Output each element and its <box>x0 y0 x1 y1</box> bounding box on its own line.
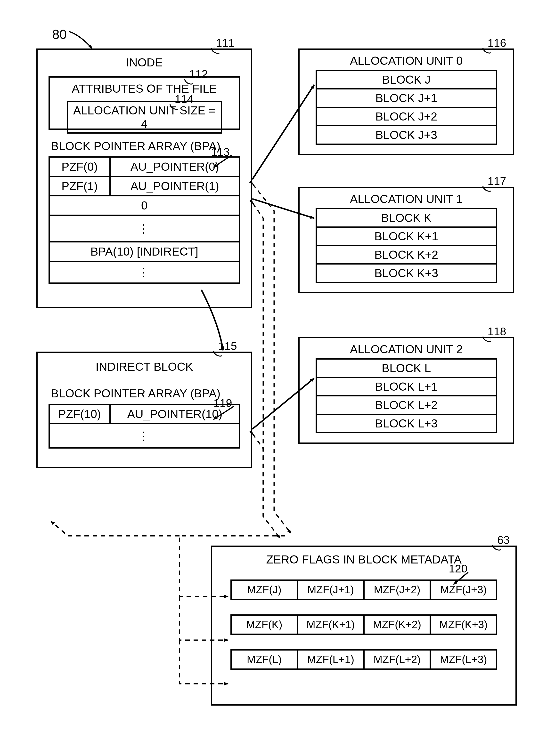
bpa-cell-pzf1: PZF(1) <box>49 177 110 196</box>
bpa-cell-zero: 0 <box>49 196 240 215</box>
inode-title: INODE <box>38 56 251 69</box>
ref-113: 113 <box>211 145 230 159</box>
bpa-vdots-2: ⋮ <box>49 261 240 283</box>
ref-111: 111 <box>216 36 234 49</box>
zeroflags-box: ZERO FLAGS IN BLOCK METADATA MZF(J) MZF(… <box>211 545 517 706</box>
ref-115: 115 <box>218 340 237 353</box>
au0-b2: BLOCK J+2 <box>316 107 497 126</box>
mzf-j2: MZF(J+2) <box>364 579 431 600</box>
bpa-table: PZF(0) AU_POINTER(0) PZF(1) AU_POINTER(1… <box>48 157 240 284</box>
mzf-k3: MZF(K+3) <box>430 614 497 635</box>
mzf-row-k: MZF(K) MZF(K+1) MZF(K+2) MZF(K+3) <box>230 614 497 635</box>
au0-b3: BLOCK J+3 <box>316 126 497 144</box>
au1-box: ALLOCATION UNIT 1 BLOCK K BLOCK K+1 BLOC… <box>298 187 514 294</box>
ref-119: 119 <box>213 396 232 409</box>
mzf-row-j: MZF(J) MZF(J+1) MZF(J+2) MZF(J+3) <box>230 579 497 600</box>
au1-b3: BLOCK K+3 <box>316 264 497 282</box>
ref-114: 114 <box>175 93 193 106</box>
ref-112: 112 <box>189 68 208 81</box>
bpa-cell-pzf0: PZF(0) <box>49 157 110 177</box>
ref-118: 118 <box>487 325 506 338</box>
au1-title: ALLOCATION UNIT 1 <box>300 192 513 206</box>
au0-table: BLOCK J BLOCK J+1 BLOCK J+2 BLOCK J+3 <box>315 70 497 145</box>
bpa-cell-ptr0: AU_POINTER(0) <box>110 157 240 177</box>
zeroflags-title: ZERO FLAGS IN BLOCK METADATA <box>212 553 515 566</box>
au2-b0: BLOCK L <box>316 359 497 377</box>
inode-box: INODE ATTRIBUTES OF THE FILE ALLOCATION … <box>36 48 252 308</box>
au1-b1: BLOCK K+1 <box>316 227 497 246</box>
mzf-k1: MZF(K+1) <box>297 614 365 635</box>
ref-117: 117 <box>487 175 506 188</box>
mzf-k2: MZF(K+2) <box>364 614 431 635</box>
au2-box: ALLOCATION UNIT 2 BLOCK L BLOCK L+1 BLOC… <box>298 337 514 444</box>
au2-title: ALLOCATION UNIT 2 <box>300 343 513 356</box>
indirect-bpa-table: PZF(10) AU_POINTER(10) ⋮ <box>48 404 240 449</box>
au0-b0: BLOCK J <box>316 71 497 89</box>
mzf-j0: MZF(J) <box>230 579 298 600</box>
mzf-l2: MZF(L+2) <box>364 649 431 670</box>
attributes-box: ATTRIBUTES OF THE FILE ALLOCATION UNIT S… <box>48 76 240 130</box>
au1-table: BLOCK K BLOCK K+1 BLOCK K+2 BLOCK K+3 <box>315 208 497 283</box>
figure-number: 80 <box>52 27 67 42</box>
attributes-title: ATTRIBUTES OF THE FILE <box>50 82 239 95</box>
mzf-row-l: MZF(L) MZF(L+1) MZF(L+2) MZF(L+3) <box>230 649 497 670</box>
mzf-l1: MZF(L+1) <box>297 649 365 670</box>
indirect-vdots: ⋮ <box>49 424 240 448</box>
mzf-l0: MZF(L) <box>230 649 298 670</box>
mzf-j3: MZF(J+3) <box>430 579 497 600</box>
bpa-vdots-1: ⋮ <box>49 215 240 242</box>
au1-b2: BLOCK K+2 <box>316 246 497 264</box>
au0-box: ALLOCATION UNIT 0 BLOCK J BLOCK J+1 BLOC… <box>298 48 514 155</box>
mzf-l3: MZF(L+3) <box>430 649 497 670</box>
mzf-k0: MZF(K) <box>230 614 298 635</box>
au0-b1: BLOCK J+1 <box>316 89 497 107</box>
allocation-unit-size: ALLOCATION UNIT SIZE = 4 <box>67 101 222 134</box>
bpa-cell-indirect: BPA(10) [INDIRECT] <box>49 242 240 261</box>
ref-120: 120 <box>449 562 467 575</box>
au2-b2: BLOCK L+2 <box>316 396 497 414</box>
ref-116: 116 <box>487 36 506 49</box>
au2-b3: BLOCK L+3 <box>316 414 497 433</box>
bpa-cell-ptr1: AU_POINTER(1) <box>110 177 240 196</box>
au1-b0: BLOCK K <box>316 209 497 227</box>
mzf-j1: MZF(J+1) <box>297 579 365 600</box>
au0-title: ALLOCATION UNIT 0 <box>300 54 513 68</box>
au2-b1: BLOCK L+1 <box>316 377 497 396</box>
au2-table: BLOCK L BLOCK L+1 BLOCK L+2 BLOCK L+3 <box>315 358 497 433</box>
indirect-title: INDIRECT BLOCK <box>38 360 251 373</box>
indirect-block-box: INDIRECT BLOCK BLOCK POINTER ARRAY (BPA)… <box>36 352 252 468</box>
indirect-pzf10: PZF(10) <box>49 404 110 424</box>
